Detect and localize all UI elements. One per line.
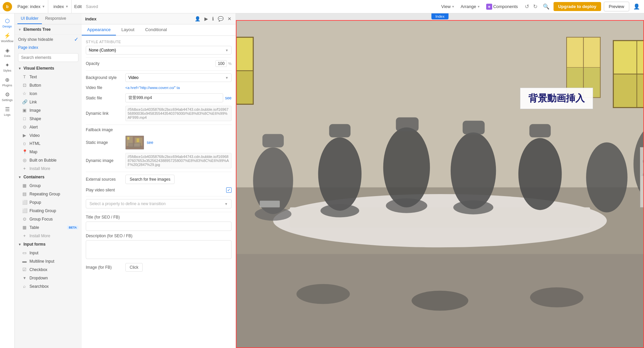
element-dropdown[interactable]: ▾ Dropdown xyxy=(15,274,82,282)
nav-settings[interactable]: ⚙ Settings xyxy=(1,90,14,103)
containers-section-header[interactable]: ▼ Containers xyxy=(15,173,82,181)
repeating-group-label: Repeating Group xyxy=(29,192,60,196)
design-icon: ⬡ xyxy=(5,18,10,24)
element-group[interactable]: ▦ Group xyxy=(15,181,82,190)
transition-select[interactable]: Select a property to define a new transi… xyxy=(86,199,232,208)
search-elements-input[interactable] xyxy=(18,53,78,62)
element-button[interactable]: ⊡ Button xyxy=(15,81,82,89)
svg-point-29 xyxy=(586,143,627,212)
panel-play-icon[interactable]: ▶ xyxy=(204,15,209,22)
icon-element-label: Icon xyxy=(29,91,37,96)
opacity-percent: % xyxy=(228,62,232,66)
svg-point-26 xyxy=(383,127,430,207)
element-html[interactable]: ⟨⟩ HTML xyxy=(15,140,82,148)
panel-close-icon[interactable]: ✕ xyxy=(227,15,232,22)
image-fb-click-button[interactable]: Click xyxy=(125,263,143,272)
element-input[interactable]: ▭ Input xyxy=(15,249,82,257)
dynamic-link-value[interactable]: //5fdbce1cb40358768c2bcc694ab44743.cdn.b… xyxy=(125,106,232,121)
element-video[interactable]: ▶ Video xyxy=(15,131,82,140)
edit-label[interactable]: Edit xyxy=(74,4,82,9)
floating-group-label: Floating Group xyxy=(29,208,56,213)
view-button[interactable]: View ▼ xyxy=(439,3,457,10)
collapse-elements-icon[interactable]: ▼ xyxy=(18,28,21,31)
svg-point-34 xyxy=(453,200,494,214)
svg-rect-46 xyxy=(643,160,643,163)
element-map[interactable]: 📍 Map xyxy=(15,148,82,156)
visual-elements-section-header[interactable]: ▼ Visual Elements xyxy=(15,64,82,73)
element-text[interactable]: T Text xyxy=(15,73,82,81)
saved-label: Saved xyxy=(86,4,98,9)
style-attribute-select[interactable]: None (Custom) ▼ xyxy=(86,46,232,55)
element-popup[interactable]: ⬜ Popup xyxy=(15,198,82,206)
description-seo-textarea[interactable] xyxy=(86,240,232,259)
element-link[interactable]: 🔗 Link xyxy=(15,98,82,106)
opacity-row: Opacity 100 % xyxy=(86,60,232,67)
element-alert[interactable]: ⊙ Alert xyxy=(15,123,82,131)
nav-workflow[interactable]: ⚡ Workflow xyxy=(1,31,14,44)
play-video-silent-checkbox[interactable]: ✓ xyxy=(226,187,232,193)
fallback-image-label: Fallback image xyxy=(86,127,123,132)
tab-ui-builder[interactable]: UI Builder xyxy=(17,13,42,24)
input-element-icon: ▭ xyxy=(22,250,27,255)
element-install-more-visual[interactable]: + Install More xyxy=(15,164,82,173)
svg-point-27 xyxy=(451,133,496,209)
element-table[interactable]: ▦ Table BETA xyxy=(15,223,82,232)
tab-layout[interactable]: Layout xyxy=(116,24,140,35)
image-fb-row: Image (for FB) Click xyxy=(86,263,232,272)
button-element-icon: ⊡ xyxy=(22,83,27,88)
redo-button[interactable]: ↻ xyxy=(532,3,539,10)
divider-5 xyxy=(86,196,232,196)
tab-conditional[interactable]: Conditional xyxy=(140,24,172,35)
element-install-more-containers[interactable]: + Install More xyxy=(15,232,82,240)
element-floating-group[interactable]: ⬜ Floating Group xyxy=(15,206,82,215)
element-built-on-bubble[interactable]: ◎ Built on Bubble xyxy=(15,156,82,164)
search-free-images-button[interactable]: Search for free images xyxy=(125,175,175,184)
tab-appearance[interactable]: Appearance xyxy=(82,24,116,35)
element-repeating-group[interactable]: ▤ Repeating Group xyxy=(15,190,82,198)
nav-data[interactable]: ◈ Data xyxy=(1,46,14,59)
alert-element-label: Alert xyxy=(29,125,38,129)
nav-logs[interactable]: ☰ Logs xyxy=(1,104,14,118)
panel-comment-icon[interactable]: 💬 xyxy=(217,15,224,22)
description-seo-label: Description (for SEO / FB) xyxy=(86,234,232,238)
panel-user-icon[interactable]: 👤 xyxy=(194,15,201,22)
element-multiline-input[interactable]: ▬ Multiline Input xyxy=(15,257,82,265)
preview-button[interactable]: Preview xyxy=(604,2,629,11)
nav-design[interactable]: ⬡ Design xyxy=(1,16,14,29)
page-name[interactable]: Page: index ▼ xyxy=(15,0,48,13)
arrange-button[interactable]: Arrange ▼ xyxy=(458,3,483,10)
upgrade-button[interactable]: Upgrade to deploy xyxy=(554,2,601,11)
only-show-toggle[interactable]: ✓ xyxy=(74,36,78,42)
user-icon-button[interactable]: 👤 xyxy=(632,2,641,11)
search-button[interactable]: 🔍 xyxy=(541,2,551,11)
video-element-icon: ▶ xyxy=(22,133,27,138)
tab-responsive[interactable]: Responsive xyxy=(42,13,70,24)
nav-data-label: Data xyxy=(4,54,10,58)
static-file-see-link[interactable]: see xyxy=(225,96,232,100)
dynamic-image-value[interactable]: //5fdbce1cb40358768c2bcc694ab44743.cdn.b… xyxy=(125,153,232,168)
element-checkbox[interactable]: ☑ Checkbox xyxy=(15,265,82,274)
svg-rect-38 xyxy=(463,121,485,135)
input-forms-section-header[interactable]: ▼ Input forms xyxy=(15,240,82,249)
index-chevron-icon: ▼ xyxy=(65,5,69,8)
background-style-select[interactable]: Video ▼ xyxy=(125,73,232,82)
nav-styles[interactable]: ✦ Styles xyxy=(1,60,14,74)
element-shape[interactable]: □ Shape xyxy=(15,114,82,123)
element-group-focus[interactable]: ⊙ Group Focus xyxy=(15,215,82,223)
components-button[interactable]: ◈ Components xyxy=(484,2,521,11)
panel-info-icon[interactable]: ℹ xyxy=(211,15,214,22)
static-image-thumbnail[interactable] xyxy=(125,136,144,150)
undo-button[interactable]: ↺ xyxy=(523,3,530,10)
input-element-label: Input xyxy=(29,251,39,255)
title-seo-input[interactable] xyxy=(86,222,232,231)
index-name[interactable]: index ▼ xyxy=(51,0,72,13)
static-image-see-link[interactable]: see xyxy=(147,140,153,145)
canvas-frame[interactable]: 背景動画挿入 xyxy=(236,20,644,348)
element-searchbox[interactable]: ⌕ Searchbox xyxy=(15,282,82,290)
view-arrange-components: View ▼ Arrange ▼ ◈ Components xyxy=(439,2,521,11)
page-index-link[interactable]: Page index xyxy=(15,44,82,51)
element-image[interactable]: ▣ Image xyxy=(15,106,82,114)
nav-plugins[interactable]: ⊕ Plugins xyxy=(1,75,14,88)
element-icon[interactable]: ☆ Icon xyxy=(15,89,82,98)
static-file-input-group: 背景999.mp4 see xyxy=(125,93,232,102)
